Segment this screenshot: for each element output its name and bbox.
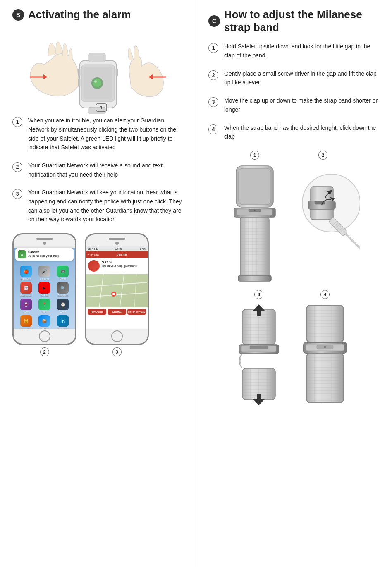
app-label-vivino: Vivino <box>23 311 29 313</box>
sos-info: S.O.S. I need your help, guardians! <box>102 260 138 267</box>
phone-2-label: 3 <box>112 347 122 356</box>
app-label-zoek: Zoek iPhon <box>58 294 68 297</box>
svg-rect-10 <box>89 107 105 114</box>
svg-rect-7 <box>78 79 80 86</box>
phone-2-screen: Ben NL 14:36 67% ‹ Events Alarm <box>86 246 148 329</box>
strap-svg-1 <box>228 162 282 282</box>
phone-1: S Safelet Julia needs your help! <box>12 233 76 345</box>
phone-1-speaker <box>36 238 53 240</box>
app-icon-dict: 🎤 <box>38 266 50 277</box>
app-icon-vivino: 🍷 <box>20 299 32 310</box>
nav-title: Alarm <box>117 253 127 256</box>
right-column: C How to adjust the Milanese strap band … <box>196 0 392 567</box>
strap-step-2-number: 2 <box>208 70 218 80</box>
alarm-step-1: 1 When you are in trouble, you can alert… <box>12 116 183 152</box>
strap-img-label-1: 1 <box>250 151 259 160</box>
left-column: B Activating the alarm <box>0 0 196 567</box>
app-youtube: ▶ YouTube <box>36 282 53 297</box>
phone-1-dot <box>43 242 46 245</box>
im-on-my-way-btn[interactable]: I'm on my way <box>127 309 146 315</box>
app-trackr: 📍 TrackR <box>36 299 53 313</box>
app-dropbox: 📦 Dropbox <box>36 315 53 329</box>
section-b-header: B Activating the alarm <box>12 8 183 21</box>
strap-image-1-container: 1 <box>228 151 282 282</box>
section-b-letter: B <box>12 9 24 21</box>
sos-message: I need your help, guardians! <box>102 264 138 267</box>
page: B Activating the alarm <box>0 0 392 567</box>
phone-2: Ben NL 14:36 67% ‹ Events Alarm <box>85 233 149 345</box>
phone-1-label: 2 <box>40 347 49 356</box>
notification-banner: S Safelet Julia needs your help! <box>15 248 74 261</box>
app-games: 🎮 Games <box>55 266 71 280</box>
strap-step-3-text: Move the clap up or down to make the str… <box>224 96 380 114</box>
app-icon-watch: ⌚ <box>57 299 69 310</box>
svg-line-20 <box>120 274 124 307</box>
app-label-ph: Product Hunt <box>20 327 32 329</box>
strap-images-top: 1 <box>208 151 380 282</box>
strap-svg-4 <box>292 301 358 409</box>
phones-area: S Safelet Julia needs your help! <box>12 233 183 356</box>
alarm-time: 14:36 <box>115 247 122 250</box>
map-svg <box>86 274 148 307</box>
svg-line-17 <box>87 282 147 287</box>
safelet-icon: S <box>18 250 26 258</box>
app-label-watch: Watch <box>60 311 66 313</box>
app-icon-li: in <box>57 315 69 327</box>
svg-rect-6 <box>78 69 80 76</box>
sos-title: S.O.S. <box>102 260 138 264</box>
app-kaartgames: 🃏 Kaartgames <box>18 282 34 297</box>
app-zoek: 🔍 Zoek iPhon <box>55 282 71 297</box>
phone-2-alarm-screen: Ben NL 14:36 67% ‹ Events Alarm <box>86 246 148 329</box>
svg-rect-101 <box>306 305 344 342</box>
strap-steps: 1 Hold Safelet upside down and look for … <box>208 42 380 141</box>
phone-1-screen: S Safelet Julia needs your help! <box>14 246 75 329</box>
svg-rect-69 <box>345 233 360 252</box>
strap-svg-3 <box>230 301 288 409</box>
svg-point-118 <box>324 346 326 348</box>
battery: 67% <box>140 247 146 250</box>
step-3-number: 3 <box>12 189 22 199</box>
step-3-text: Your Guardian Network will see your loca… <box>28 188 183 224</box>
phone-1-home-button[interactable] <box>39 330 50 342</box>
app-icon-kaart: 🃏 <box>20 282 32 294</box>
strap-svg-2 <box>286 162 360 282</box>
app-icon-zoek: 🔍 <box>57 282 69 294</box>
step-1-number: 1 <box>12 117 22 127</box>
strap-image-3-container: 3 <box>230 290 288 409</box>
step-2-text: Your Guardian Network will receive a sou… <box>28 161 183 179</box>
alarm-status-bar: Ben NL 14:36 67% <box>86 246 148 251</box>
svg-point-4 <box>93 79 101 87</box>
alarm-illustration: 1 <box>12 29 183 116</box>
svg-line-21 <box>134 274 136 307</box>
strap-image-2-container: 2 <box>286 151 360 282</box>
phone-2-dot <box>115 242 119 245</box>
strap-step-4-number: 4 <box>208 124 218 134</box>
strap-img-label-4: 4 <box>320 290 330 299</box>
svg-rect-86 <box>250 346 268 349</box>
app-product-hunt: 🐱 Product Hunt <box>18 315 34 329</box>
app-icon-dropbox: 📦 <box>38 315 50 327</box>
play-audio-btn[interactable]: Play Audio <box>88 309 106 315</box>
app-label-games: Games <box>60 278 66 280</box>
notification-app-name: Safelet <box>28 250 60 254</box>
app-grid: 🍎 Apple Store 🎤 Dictafoon 🎮 <box>14 262 75 329</box>
alarm-svg: 1 <box>19 31 177 114</box>
step-2-number: 2 <box>12 162 22 172</box>
map-area <box>86 274 148 307</box>
svg-rect-9 <box>89 53 105 62</box>
strap-step-4-text: When the strap band has the desired leng… <box>224 124 380 141</box>
carrier: Ben NL <box>88 247 98 250</box>
app-label-trackr: TrackR <box>41 311 48 313</box>
svg-rect-25 <box>239 168 271 205</box>
nav-back: ‹ Events <box>88 253 99 256</box>
strap-step-2: 2 Gently place a small screw driver in t… <box>208 69 380 87</box>
app-vivino: 🍷 Vivino <box>18 299 34 313</box>
call-911-btn[interactable]: Call 911 <box>108 309 126 315</box>
section-c-letter: C <box>208 15 220 27</box>
phone-2-speaker <box>109 238 125 240</box>
section-c-header: C How to adjust the Milanese strap band <box>208 8 380 34</box>
svg-rect-8 <box>116 69 118 76</box>
svg-point-30 <box>254 210 256 211</box>
phone-2-home-button[interactable] <box>111 330 123 342</box>
alarm-step-3: 3 Your Guardian Network will see your lo… <box>12 188 183 224</box>
